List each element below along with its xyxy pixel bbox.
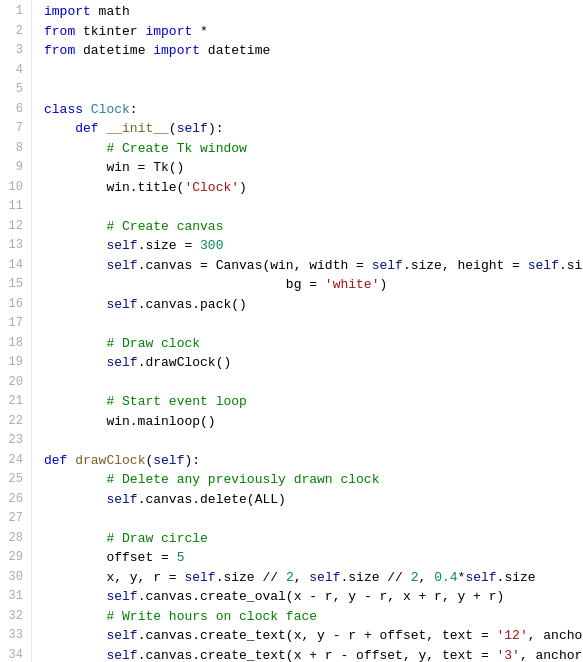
token-plain bbox=[44, 587, 106, 607]
token-param: self bbox=[106, 295, 137, 315]
token-plain: datetime bbox=[200, 41, 270, 61]
line-number: 34 bbox=[4, 646, 23, 663]
token-plain: .size bbox=[497, 568, 536, 588]
token-plain: math bbox=[91, 2, 130, 22]
code-line: def __init__(self): bbox=[44, 119, 583, 139]
token-plain: .canvas.create_text(x + r - offset, y, t… bbox=[138, 646, 497, 663]
line-number: 31 bbox=[4, 587, 23, 607]
line-number: 19 bbox=[4, 353, 23, 373]
code-line bbox=[44, 431, 583, 451]
line-number: 28 bbox=[4, 529, 23, 549]
token-kw: def bbox=[75, 119, 98, 139]
token-plain: .size // bbox=[341, 568, 411, 588]
code-line bbox=[44, 197, 583, 217]
token-plain bbox=[44, 529, 106, 549]
line-number: 32 bbox=[4, 607, 23, 627]
token-plain bbox=[44, 295, 106, 315]
line-number: 2 bbox=[4, 22, 23, 42]
line-numbers: 1234567891011121314151617181920212223242… bbox=[0, 0, 32, 662]
line-number: 30 bbox=[4, 568, 23, 588]
token-param: self bbox=[184, 568, 215, 588]
token-plain: x, y, r = bbox=[44, 568, 184, 588]
token-param: self bbox=[309, 568, 340, 588]
token-plain bbox=[44, 334, 106, 354]
line-number: 11 bbox=[4, 197, 23, 217]
code-line: # Write hours on clock face bbox=[44, 607, 583, 627]
line-number: 17 bbox=[4, 314, 23, 334]
token-param: self bbox=[106, 256, 137, 276]
token-plain: datetime bbox=[75, 41, 153, 61]
code-line: from datetime import datetime bbox=[44, 41, 583, 61]
token-plain bbox=[83, 100, 91, 120]
token-plain: .size, bbox=[559, 256, 583, 276]
token-plain: ) bbox=[239, 178, 247, 198]
token-number: 2 bbox=[286, 568, 294, 588]
line-number: 16 bbox=[4, 295, 23, 315]
token-comment: # Draw clock bbox=[106, 334, 200, 354]
line-number: 8 bbox=[4, 139, 23, 159]
token-plain: bg = bbox=[44, 275, 325, 295]
token-param: self bbox=[106, 353, 137, 373]
line-number: 24 bbox=[4, 451, 23, 471]
token-comment: # Write hours on clock face bbox=[106, 607, 317, 627]
token-param: self bbox=[106, 490, 137, 510]
line-number: 6 bbox=[4, 100, 23, 120]
token-plain bbox=[44, 256, 106, 276]
token-number: 300 bbox=[200, 236, 223, 256]
token-comment: # Start event loop bbox=[106, 392, 246, 412]
token-plain: .canvas.create_oval(x - r, y - r, x + r,… bbox=[138, 587, 505, 607]
token-plain: .size, height = bbox=[403, 256, 528, 276]
token-param: self bbox=[465, 568, 496, 588]
line-number: 22 bbox=[4, 412, 23, 432]
code-line: self.canvas.delete(ALL) bbox=[44, 490, 583, 510]
token-plain bbox=[44, 119, 75, 139]
code-line bbox=[44, 509, 583, 529]
token-number: 0.4 bbox=[434, 568, 457, 588]
token-plain: , anchor = E) bbox=[520, 646, 583, 663]
code-line: import math bbox=[44, 2, 583, 22]
code-line: self.size = 300 bbox=[44, 236, 583, 256]
token-string: 'Clock' bbox=[184, 178, 239, 198]
token-plain: ): bbox=[184, 451, 200, 471]
token-plain: : bbox=[130, 100, 138, 120]
token-comment: # Create canvas bbox=[106, 217, 223, 237]
token-string: '12' bbox=[497, 626, 528, 646]
line-number: 29 bbox=[4, 548, 23, 568]
token-plain: ): bbox=[208, 119, 224, 139]
token-comment: # Create Tk window bbox=[106, 139, 246, 159]
code-line: from tkinter import * bbox=[44, 22, 583, 42]
token-fn-name: __init__ bbox=[106, 119, 168, 139]
code-line: # Delete any previously drawn clock bbox=[44, 470, 583, 490]
code-line: # Create canvas bbox=[44, 217, 583, 237]
token-string: '3' bbox=[497, 646, 520, 663]
token-plain bbox=[44, 353, 106, 373]
token-kw: def bbox=[44, 451, 67, 471]
line-number: 23 bbox=[4, 431, 23, 451]
code-line: self.drawClock() bbox=[44, 353, 583, 373]
code-line: win = Tk() bbox=[44, 158, 583, 178]
token-plain bbox=[67, 451, 75, 471]
code-content[interactable]: import mathfrom tkinter import *from dat… bbox=[32, 0, 583, 662]
line-number: 3 bbox=[4, 41, 23, 61]
code-line: self.canvas.create_text(x + r - offset, … bbox=[44, 646, 583, 663]
token-plain: offset = bbox=[44, 548, 177, 568]
line-number: 20 bbox=[4, 373, 23, 393]
token-number: 2 bbox=[411, 568, 419, 588]
code-line: # Start event loop bbox=[44, 392, 583, 412]
token-plain: .canvas.pack() bbox=[138, 295, 247, 315]
code-line: class Clock: bbox=[44, 100, 583, 120]
code-line: win.mainloop() bbox=[44, 412, 583, 432]
token-plain: ( bbox=[145, 451, 153, 471]
code-line: # Draw circle bbox=[44, 529, 583, 549]
token-kw: import bbox=[145, 22, 192, 42]
token-param: self bbox=[177, 119, 208, 139]
token-plain bbox=[44, 139, 106, 159]
token-kw: import bbox=[153, 41, 200, 61]
token-param: self bbox=[106, 626, 137, 646]
token-plain: win.mainloop() bbox=[44, 412, 216, 432]
line-number: 33 bbox=[4, 626, 23, 646]
token-plain: win.title( bbox=[44, 178, 184, 198]
line-number: 12 bbox=[4, 217, 23, 237]
code-line bbox=[44, 373, 583, 393]
line-number: 9 bbox=[4, 158, 23, 178]
